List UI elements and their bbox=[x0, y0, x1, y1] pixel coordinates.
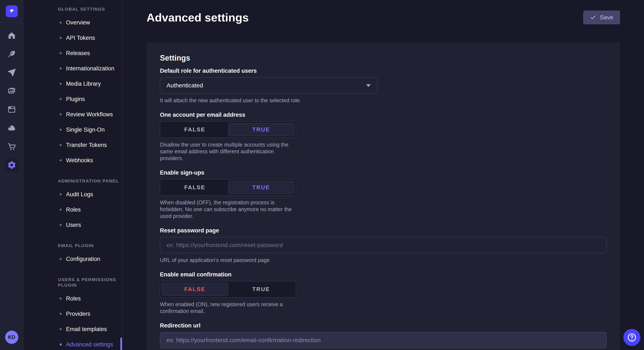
sidebar-item-label: Review Workflows bbox=[66, 111, 113, 118]
cloud-icon[interactable] bbox=[5, 121, 18, 135]
sidebar-item-advanced-settings[interactable]: Advanced settings bbox=[24, 337, 122, 350]
page-title: Advanced settings bbox=[146, 11, 249, 24]
logo-container bbox=[0, 0, 23, 23]
help-button[interactable] bbox=[623, 329, 640, 346]
sidebar-item-configuration[interactable]: Configuration bbox=[24, 251, 122, 267]
field-label: Default role for authenticated users bbox=[160, 67, 606, 74]
settings-icon[interactable] bbox=[5, 158, 18, 172]
toggle-option-true[interactable]: TRUE bbox=[228, 123, 294, 136]
email-confirmation-toggle: FALSE TRUE bbox=[160, 281, 296, 298]
sidebar-item-transfer-tokens[interactable]: Transfer Tokens bbox=[24, 137, 122, 153]
field-redirection-url: Redirection url bbox=[160, 322, 606, 348]
strapi-admin-page: KD GLOBAL SETTINGS Overview API Tokens R… bbox=[0, 0, 644, 350]
sidebar-item-media-library[interactable]: Media Library bbox=[24, 76, 122, 91]
sidebar-item-label: Overview bbox=[66, 19, 90, 26]
bullet-icon bbox=[60, 83, 62, 85]
sidebar-item-overview[interactable]: Overview bbox=[24, 15, 122, 30]
sidebar-item-review-workflows[interactable]: Review Workflows bbox=[24, 107, 122, 122]
field-default-role: Default role for authenticated users Aut… bbox=[160, 67, 606, 104]
bullet-icon bbox=[60, 344, 62, 346]
rail-bottom: KD bbox=[0, 324, 23, 350]
deploy-icon[interactable] bbox=[5, 66, 18, 79]
bullet-icon bbox=[60, 159, 62, 161]
sidebar-item-label: Advanced settings bbox=[66, 341, 113, 348]
main-nav-rail: KD bbox=[0, 0, 24, 350]
field-hint: Disallow the user to create multiple acc… bbox=[160, 141, 297, 162]
save-button[interactable]: Save bbox=[583, 11, 620, 24]
bullet-icon bbox=[60, 328, 62, 330]
question-mark-icon bbox=[627, 333, 637, 342]
redirection-url-input[interactable] bbox=[160, 332, 606, 348]
sidebar-item-webhooks[interactable]: Webhooks bbox=[24, 153, 122, 168]
sidebar-item-label: Configuration bbox=[66, 256, 100, 262]
sidebar-item-label: Single Sign-On bbox=[66, 127, 105, 133]
bullet-icon bbox=[60, 224, 62, 226]
toggle-option-false[interactable]: FALSE bbox=[162, 123, 228, 136]
sidebar-item-label: Email templates bbox=[66, 326, 107, 333]
bullet-icon bbox=[60, 298, 62, 300]
sidebar-item-email-templates[interactable]: Email templates bbox=[24, 322, 122, 337]
sidebar-item-label: Users bbox=[66, 222, 81, 228]
field-email-confirmation: Enable email confirmation FALSE TRUE Whe… bbox=[160, 271, 606, 315]
bullet-icon bbox=[60, 258, 62, 260]
strapi-logo[interactable] bbox=[6, 5, 18, 17]
field-hint: When disabled (OFF), the registration pr… bbox=[160, 199, 297, 219]
bullet-icon bbox=[60, 129, 62, 131]
toggle-option-true[interactable]: TRUE bbox=[228, 181, 294, 194]
subnav-section-email-plugin: EMAIL PLUGIN Configuration bbox=[24, 243, 122, 267]
toggle-option-false[interactable]: FALSE bbox=[162, 283, 228, 296]
one-account-toggle: FALSE TRUE bbox=[160, 121, 296, 138]
sidebar-item-label: Media Library bbox=[66, 81, 101, 87]
media-library-icon[interactable] bbox=[5, 84, 18, 98]
reset-password-input[interactable] bbox=[160, 237, 606, 253]
bullet-icon bbox=[60, 98, 62, 100]
section-title: GLOBAL SETTINGS bbox=[24, 6, 122, 12]
subnav-section-global: GLOBAL SETTINGS Overview API Tokens Rele… bbox=[24, 6, 122, 168]
field-label: Redirection url bbox=[160, 322, 606, 329]
settings-card: Settings Default role for authenticated … bbox=[146, 42, 620, 350]
enable-signups-toggle: FALSE TRUE bbox=[160, 179, 296, 196]
section-title: USERS & PERMISSIONS PLUGIN bbox=[24, 277, 122, 288]
sidebar-item-users[interactable]: Users bbox=[24, 217, 122, 233]
rail-icon-list bbox=[0, 23, 23, 177]
toggle-option-true[interactable]: TRUE bbox=[228, 283, 294, 296]
avatar[interactable]: KD bbox=[5, 331, 18, 344]
content-manager-icon[interactable] bbox=[5, 47, 18, 61]
sidebar-item-releases[interactable]: Releases bbox=[24, 45, 122, 61]
field-hint: It will attach the new authenticated use… bbox=[160, 97, 297, 104]
settings-subnav: GLOBAL SETTINGS Overview API Tokens Rele… bbox=[24, 0, 122, 350]
card-title: Settings bbox=[160, 53, 606, 63]
bullet-icon bbox=[60, 209, 62, 211]
page-header: Advanced settings Save bbox=[146, 11, 620, 24]
sidebar-item-label: Roles bbox=[66, 295, 81, 302]
sidebar-item-single-sign-on[interactable]: Single Sign-On bbox=[24, 122, 122, 137]
toggle-option-false[interactable]: FALSE bbox=[162, 181, 228, 194]
bullet-icon bbox=[60, 144, 62, 146]
field-enable-signups: Enable sign-ups FALSE TRUE When disabled… bbox=[160, 169, 606, 219]
sidebar-item-label: Providers bbox=[66, 311, 90, 317]
active-indicator bbox=[120, 338, 122, 350]
subnav-section-users-permissions: USERS & PERMISSIONS PLUGIN Roles Provide… bbox=[24, 277, 122, 350]
bullet-icon bbox=[60, 37, 62, 39]
sidebar-item-label: Internationalization bbox=[66, 65, 114, 72]
sidebar-item-internationalization[interactable]: Internationalization bbox=[24, 61, 122, 76]
field-reset-password: Reset password page URL of your applicat… bbox=[160, 227, 606, 263]
chevron-down-icon bbox=[366, 84, 371, 87]
strapi-logo-icon bbox=[8, 8, 15, 15]
default-role-select[interactable]: Authenticated bbox=[160, 77, 377, 94]
sidebar-item-roles-permissions[interactable]: Roles bbox=[24, 291, 122, 306]
main-content: Advanced settings Save Settings Default … bbox=[122, 0, 644, 350]
field-label: Reset password page bbox=[160, 227, 606, 234]
home-icon[interactable] bbox=[5, 29, 18, 42]
field-hint: When enabled (ON), new registered users … bbox=[160, 301, 297, 315]
sidebar-item-label: Roles bbox=[66, 206, 81, 213]
content-type-builder-icon[interactable] bbox=[5, 103, 18, 116]
bullet-icon bbox=[60, 193, 62, 195]
field-label: One account per email address bbox=[160, 111, 606, 118]
marketplace-icon[interactable] bbox=[5, 140, 18, 153]
sidebar-item-plugins[interactable]: Plugins bbox=[24, 91, 122, 107]
sidebar-item-roles-admin[interactable]: Roles bbox=[24, 202, 122, 217]
sidebar-item-api-tokens[interactable]: API Tokens bbox=[24, 30, 122, 45]
sidebar-item-providers[interactable]: Providers bbox=[24, 306, 122, 322]
sidebar-item-audit-logs[interactable]: Audit Logs bbox=[24, 187, 122, 202]
